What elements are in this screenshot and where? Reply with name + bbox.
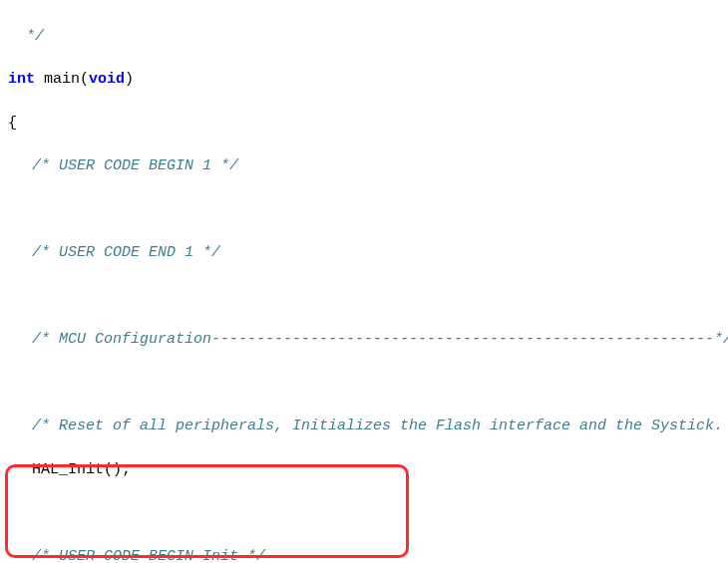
blank-line	[8, 199, 728, 221]
keyword-void: void	[89, 71, 125, 88]
code-statement: HAL_Init();	[8, 459, 728, 481]
code-comment: /* USER CODE END 1 */	[8, 242, 728, 264]
code-comment: /* MCU Configuration--------------------…	[8, 329, 728, 351]
signature-part: main(	[35, 71, 89, 88]
code-comment: /* USER CODE BEGIN 1 */	[8, 155, 728, 177]
code-editor: */ int main(void) { /* USER CODE BEGIN 1…	[8, 4, 728, 563]
blank-line	[8, 286, 728, 308]
signature-part: )	[125, 71, 134, 88]
code-line: */	[8, 26, 728, 48]
blank-line	[8, 502, 728, 524]
code-line: int main(void)	[8, 69, 728, 91]
brace-open: {	[8, 113, 728, 135]
keyword-int: int	[8, 71, 35, 88]
code-comment: /* USER CODE BEGIN Init */	[8, 546, 728, 563]
blank-line	[8, 373, 728, 395]
code-comment: /* Reset of all peripherals, Initializes…	[8, 416, 728, 437]
